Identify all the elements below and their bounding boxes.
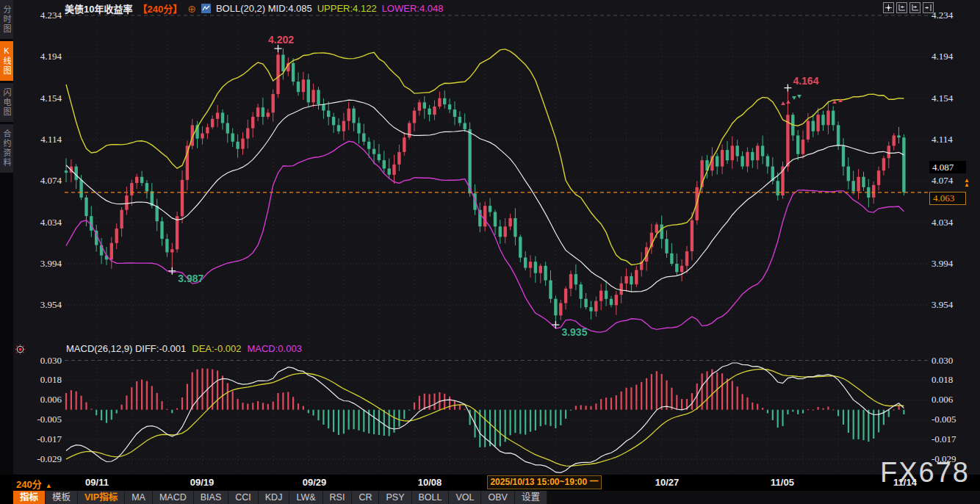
axis-label-4.234: 4.234 [932,10,970,21]
svg-text:4.202: 4.202 [268,34,294,46]
axis-label--0.029: -0.029 [29,453,62,465]
zoom-in-button[interactable] [909,2,920,13]
axis-label-4.234: 4.234 [29,10,62,21]
svg-text:4.164: 4.164 [793,75,818,87]
sidebar-tab-分时图[interactable]: 分时图 [0,0,13,39]
axis-label--0.017: -0.017 [932,433,970,445]
axis-label-0.030: 0.030 [29,355,62,367]
jump-latest-button[interactable] [923,2,934,13]
svg-text:3.935: 3.935 [561,326,587,338]
kline-chart-app: 4.2023.9873.9354.164 分时图K线图闪电图合约资料 美债10年… [0,0,980,504]
toolbar-item-设置[interactable]: 设置 [515,491,547,504]
x-axis-label-10/27: 10/27 [655,477,680,488]
macd-indicator-icon[interactable] [15,344,26,358]
period-tag: 【240分】 [137,1,182,15]
axis-label-3.994: 3.994 [932,258,970,270]
toolbar-item-BIAS[interactable]: BIAS [194,491,229,504]
toolbar-item-LW&[interactable]: LW& [289,491,323,504]
toolbar-item-VOL[interactable]: VOL [449,491,481,504]
sidebar-tab-闪电图[interactable]: 闪电图 [0,83,13,122]
toolbar-item-模板[interactable]: 模板 [46,491,78,504]
last-price-tag: 4.087 [929,161,966,173]
axis-label-4.114: 4.114 [932,134,970,145]
axis-label-4.154: 4.154 [932,93,970,104]
toolbar-item-MACD[interactable]: MACD [153,491,194,504]
axis-label--0.005: -0.005 [29,414,62,425]
period-selector[interactable]: 240分▲ [16,477,52,491]
period-up-icon: ▲ [46,482,52,489]
x-axis-label-09/19: 09/19 [190,477,215,488]
chart-svg: 4.2023.9873.9354.164 [0,0,980,504]
boll-lower-value: LOWER:4.048 [382,3,444,14]
x-axis-label-09/29: 09/29 [303,477,327,488]
x-axis-label-10/08: 10/08 [418,477,442,488]
toolbar-item-OBV[interactable]: OBV [481,491,514,504]
crosshair-date-tooltip: 2025/10/13 15:00~19:00 一 [487,475,602,489]
boll-upper-value: UPPER:4.122 [317,3,377,14]
period-selector-label: 240分 [16,479,42,490]
axis-label-0.018: 0.018 [932,374,970,386]
axis-label-4.154: 4.154 [29,93,62,104]
watermark: FX678 [880,457,970,489]
axis-label-4.034: 4.034 [932,217,970,228]
toolbar-spacer [0,491,13,504]
add-indicator-icon[interactable]: ⊕ [187,3,196,15]
toolbar-item-MA[interactable]: MA [125,491,153,504]
toolbar-item-PSY[interactable]: PSY [379,491,411,504]
chart-canvas[interactable]: 4.2023.9873.9354.164 [0,0,980,504]
svg-text:3.987: 3.987 [178,273,203,284]
axis-label--0.017: -0.017 [29,433,62,445]
zoom-out-button[interactable] [896,2,907,13]
toolbar-item-VIP指标[interactable]: VIP指标 [78,491,125,504]
macd-macd-value: MACD:0.003 [247,343,301,355]
chart-toolbuttons [883,2,934,13]
kline-mini-icon[interactable] [201,4,211,13]
boll-mid-value: BOLL(20,2) MID:4.085 [216,3,312,14]
macd-header: MACD(26,12,9) DIFF:-0.001 DEA:-0.002 MAC… [66,343,302,355]
x-axis-label-09/11: 09/11 [85,477,109,488]
axis-label-0.030: 0.030 [932,355,970,367]
axis-label-3.994: 3.994 [29,258,62,270]
axis-label-3.954: 3.954 [29,299,62,311]
toolbar-item-CR[interactable]: CR [352,491,379,504]
pan-crosshair-button[interactable] [883,2,894,13]
axis-label-3.954: 3.954 [932,299,970,311]
axis-label-0.006: 0.006 [29,394,62,406]
toolbar-item-指标[interactable]: 指标 [13,491,46,504]
axis-label-0.006: 0.006 [932,394,970,406]
sidebar-tab-合约资料[interactable]: 合约资料 [0,124,13,173]
macd-diff-value: MACD(26,12,9) DIFF:-0.001 [66,343,186,355]
x-axis-label-11/05: 11/05 [771,477,794,488]
axis-label-4.194: 4.194 [932,51,970,62]
toolbar-item-RSI[interactable]: RSI [323,491,353,504]
instrument-title: 美债10年收益率 [65,1,132,15]
indicator-toolbar: 指标模板VIP指标MAMACDBIASCCIKDJLW&RSICRPSYBOLL… [0,491,980,504]
price-up-arrows-icon: ▲▲ [964,179,970,187]
price-line-tag: 4.063 [929,192,966,205]
toolbar-item-KDJ[interactable]: KDJ [259,491,290,504]
axis-label-4.074: 4.074 [29,175,62,187]
toolbar-item-CCI[interactable]: CCI [228,491,259,504]
axis-label-0.018: 0.018 [29,374,62,386]
axis-label-4.194: 4.194 [29,51,62,62]
macd-dea-value: DEA:-0.002 [192,343,241,355]
x-axis-row: 240分▲ 2025/10/13 15:00~19:00 一 09/1109/1… [0,475,980,491]
axis-label-4.034: 4.034 [29,217,62,228]
sidebar-tab-K线图[interactable]: K线图 [0,41,13,81]
sidebar: 分时图K线图闪电图合约资料 [0,0,13,475]
toolbar-item-BOLL[interactable]: BOLL [412,491,450,504]
main-chart-header: 美债10年收益率 【240分】 ⊕ BOLL(20,2) MID:4.085 U… [65,2,443,15]
axis-label-4.114: 4.114 [29,134,62,145]
axis-label--0.005: -0.005 [932,414,970,425]
